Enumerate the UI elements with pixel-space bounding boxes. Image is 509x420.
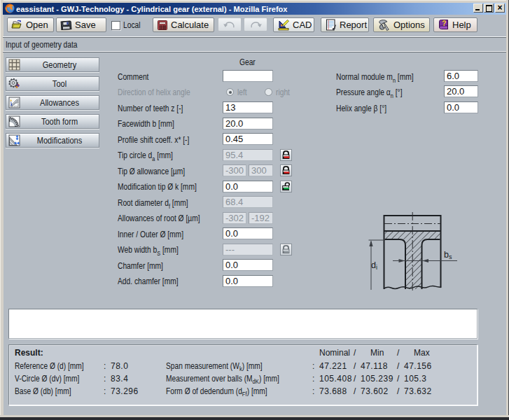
svg-text:bs: bs (444, 250, 452, 260)
svg-text:?: ? (442, 20, 446, 27)
svg-text:di: di (371, 260, 377, 271)
